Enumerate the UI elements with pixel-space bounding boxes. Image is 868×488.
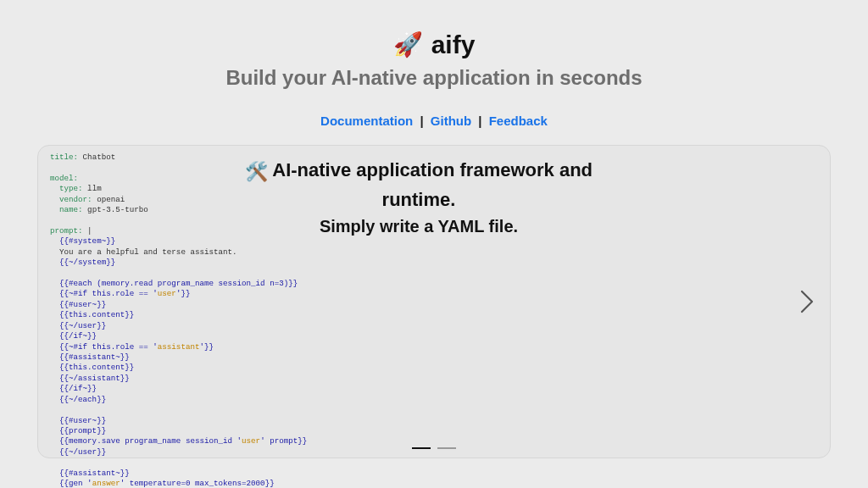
carousel-next-button[interactable]: [799, 289, 815, 314]
top-links: Documentation | Github | Feedback: [37, 114, 831, 128]
card-subline: Simply write a YAML file.: [52, 217, 786, 236]
carousel-indicator-1[interactable]: [412, 447, 431, 450]
feedback-link[interactable]: Feedback: [489, 114, 548, 128]
link-separator: |: [471, 114, 489, 128]
card-headline-text-1: AI-native application framework and: [272, 159, 593, 180]
carousel-indicators: [412, 447, 456, 450]
page-header: 🚀 aify Build your AI-native application …: [37, 0, 831, 90]
feature-card: title: Chatbot model: type: llm vendor: …: [37, 145, 831, 458]
rocket-icon: 🚀: [393, 33, 423, 57]
card-headline: 🛠️ AI-native application framework and r…: [52, 156, 786, 214]
chevron-right-icon: [799, 289, 815, 314]
site-title: aify: [431, 30, 476, 59]
card-headline-text-2: runtime.: [382, 189, 456, 210]
github-link[interactable]: Github: [431, 114, 471, 128]
tools-icon: 🛠️: [245, 161, 268, 182]
documentation-link[interactable]: Documentation: [320, 114, 413, 128]
carousel-indicator-2[interactable]: [437, 447, 456, 450]
link-separator: |: [413, 114, 431, 128]
site-subtitle: Build your AI-native application in seco…: [37, 66, 831, 90]
